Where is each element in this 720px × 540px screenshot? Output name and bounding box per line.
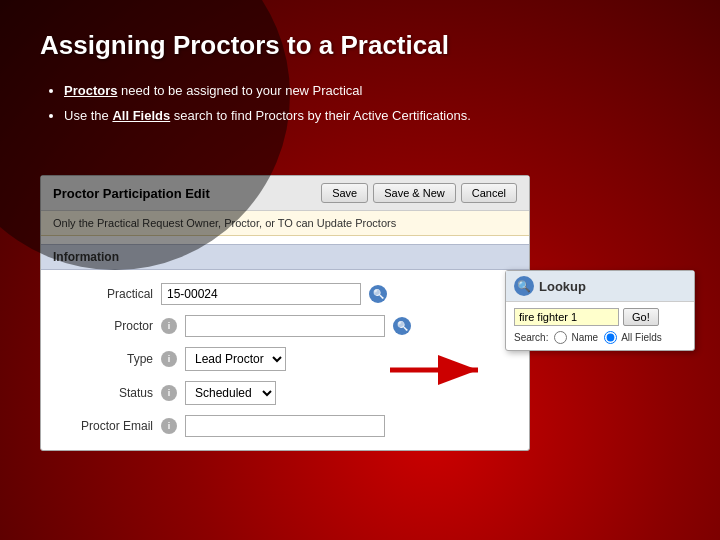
proctor-label: Proctor <box>53 319 153 333</box>
save-new-button[interactable]: Save & New <box>373 183 456 203</box>
proctors-keyword: Proctors <box>64 83 117 98</box>
page-title: Assigning Proctors to a Practical <box>40 30 680 61</box>
status-info-icon: i <box>161 385 177 401</box>
proctor-email-row: Proctor Email i <box>41 410 529 442</box>
lookup-magnify-icon: 🔍 <box>514 276 534 296</box>
all-fields-keyword: All Fields <box>112 108 170 123</box>
proctor-lookup-icon[interactable] <box>393 317 411 335</box>
search-label: Search: <box>514 332 548 343</box>
form-buttons: Save Save & New Cancel <box>321 183 517 203</box>
bullet-2-text: Use the All Fields search to find Procto… <box>64 108 471 123</box>
lookup-go-button[interactable]: Go! <box>623 308 659 326</box>
email-info-icon: i <box>161 418 177 434</box>
practical-lookup-icon[interactable] <box>369 285 387 303</box>
proctor-email-input[interactable] <box>185 415 385 437</box>
practical-input[interactable] <box>161 283 361 305</box>
proctor-email-label: Proctor Email <box>53 419 153 433</box>
cancel-button[interactable]: Cancel <box>461 183 517 203</box>
status-label: Status <box>53 386 153 400</box>
lookup-search-options: Search: Name All Fields <box>514 331 686 344</box>
proctor-input[interactable] <box>185 315 385 337</box>
practical-label: Practical <box>53 287 153 301</box>
bullet-list: Proctors need to be assigned to your new… <box>40 81 680 125</box>
bullet-1: Proctors need to be assigned to your new… <box>64 81 680 101</box>
bullet-2: Use the All Fields search to find Procto… <box>64 106 680 126</box>
save-button[interactable]: Save <box>321 183 368 203</box>
lookup-search-input[interactable] <box>514 308 619 326</box>
name-radio-group: Name <box>554 331 598 344</box>
name-radio-label: Name <box>571 332 598 343</box>
type-info-icon: i <box>161 351 177 367</box>
status-select[interactable]: Scheduled Completed Cancelled <box>185 381 276 405</box>
all-fields-radio-group: All Fields <box>604 331 662 344</box>
name-radio[interactable] <box>554 331 567 344</box>
red-arrow <box>390 355 490 389</box>
main-content: Assigning Proctors to a Practical Procto… <box>0 0 720 175</box>
bullet-1-text: Proctors need to be assigned to your new… <box>64 83 362 98</box>
lookup-search-row: Go! <box>514 308 686 326</box>
type-label: Type <box>53 352 153 366</box>
lookup-popup-header: 🔍 Lookup <box>506 271 694 302</box>
lookup-popup: 🔍 Lookup Go! Search: Name All Fields <box>505 270 695 351</box>
type-select[interactable]: Lead Proctor Proctor Observer <box>185 347 286 371</box>
all-fields-radio-label: All Fields <box>621 332 662 343</box>
lookup-popup-title: Lookup <box>539 279 586 294</box>
proctor-info-icon: i <box>161 318 177 334</box>
practical-row: Practical <box>41 278 529 310</box>
proctor-row: Proctor i <box>41 310 529 342</box>
lookup-popup-body: Go! Search: Name All Fields <box>506 302 694 350</box>
all-fields-radio[interactable] <box>604 331 617 344</box>
